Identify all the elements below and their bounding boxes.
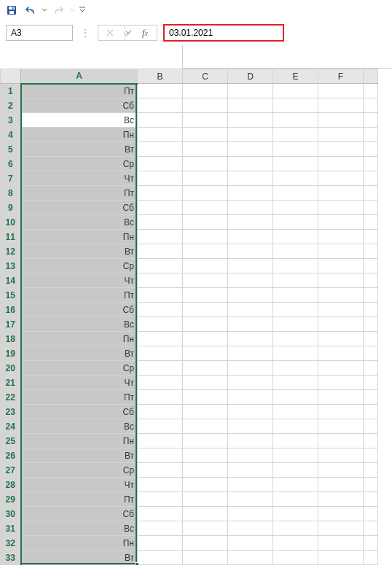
cell[interactable]: Пт [21, 288, 138, 303]
cell[interactable] [273, 142, 318, 157]
cell[interactable]: Пн [21, 536, 138, 551]
cell[interactable] [183, 536, 228, 551]
cell[interactable]: Ср [21, 463, 138, 478]
cell[interactable] [183, 448, 228, 463]
row-header[interactable]: 1 [1, 84, 21, 98]
cell[interactable] [273, 346, 318, 361]
cell[interactable]: Сб [21, 303, 138, 317]
cell[interactable] [364, 463, 378, 478]
cancel-button[interactable] [103, 26, 117, 40]
cell[interactable] [183, 142, 228, 157]
cell[interactable] [318, 463, 364, 478]
cell[interactable] [273, 434, 318, 448]
cell[interactable]: Пт [21, 492, 138, 507]
cell[interactable]: Вт [21, 551, 138, 565]
cell[interactable] [138, 434, 183, 448]
qat-customize-dropdown[interactable] [79, 6, 86, 15]
cell[interactable] [364, 317, 378, 332]
cell[interactable] [183, 84, 228, 98]
cell[interactable]: Вс [21, 317, 138, 332]
cell[interactable]: Сб [21, 98, 138, 113]
cell[interactable] [183, 186, 228, 201]
cell[interactable]: Ср [21, 157, 138, 171]
cell[interactable]: Пн [21, 332, 138, 346]
row-header[interactable]: 20 [1, 361, 21, 376]
cell[interactable] [228, 142, 273, 157]
cell[interactable] [183, 113, 228, 128]
cell[interactable] [183, 230, 228, 244]
cell[interactable] [183, 434, 228, 448]
cell[interactable] [318, 113, 364, 128]
cell[interactable] [183, 157, 228, 171]
cell[interactable]: Вт [21, 448, 138, 463]
cell[interactable]: Пн [21, 128, 138, 142]
column-header-partial[interactable] [364, 69, 378, 84]
cell[interactable] [228, 361, 273, 376]
cell[interactable] [228, 317, 273, 332]
cell[interactable] [364, 303, 378, 317]
cell[interactable] [364, 332, 378, 346]
save-button[interactable] [3, 1, 20, 19]
row-header[interactable]: 5 [1, 142, 21, 157]
cell[interactable] [183, 478, 228, 492]
cell[interactable] [228, 98, 273, 113]
row-header[interactable]: 30 [1, 507, 21, 521]
cell[interactable] [318, 142, 364, 157]
cell[interactable] [183, 361, 228, 376]
cell[interactable] [138, 171, 183, 186]
cell[interactable] [183, 273, 228, 288]
cell[interactable] [318, 98, 364, 113]
cell[interactable] [228, 215, 273, 230]
cell[interactable] [318, 551, 364, 565]
cell[interactable] [228, 259, 273, 273]
cell[interactable] [138, 128, 183, 142]
column-header-a[interactable]: A [21, 69, 138, 84]
cell[interactable] [138, 113, 183, 128]
cell[interactable]: Чт [21, 273, 138, 288]
cell[interactable] [138, 288, 183, 303]
cell[interactable] [183, 346, 228, 361]
cell[interactable] [138, 201, 183, 215]
cell[interactable] [318, 157, 364, 171]
row-header[interactable]: 22 [1, 390, 21, 405]
cell[interactable] [228, 128, 273, 142]
cell[interactable] [318, 492, 364, 507]
cell[interactable] [183, 419, 228, 434]
cell[interactable] [273, 201, 318, 215]
row-header[interactable]: 18 [1, 332, 21, 346]
row-header[interactable]: 15 [1, 288, 21, 303]
cell[interactable] [138, 551, 183, 565]
cell[interactable] [364, 244, 378, 259]
row-header[interactable]: 7 [1, 171, 21, 186]
cell[interactable] [318, 244, 364, 259]
cell[interactable] [228, 376, 273, 390]
cell[interactable] [183, 376, 228, 390]
cell[interactable] [183, 463, 228, 478]
cell[interactable] [138, 273, 183, 288]
cell[interactable] [138, 157, 183, 171]
cell[interactable] [183, 551, 228, 565]
cell[interactable]: Пт [21, 390, 138, 405]
cell[interactable] [183, 405, 228, 419]
cell[interactable] [183, 128, 228, 142]
cell[interactable] [364, 346, 378, 361]
cell[interactable] [228, 244, 273, 259]
cell[interactable]: Пн [21, 434, 138, 448]
cell[interactable] [318, 478, 364, 492]
cell[interactable] [183, 244, 228, 259]
cell[interactable] [228, 113, 273, 128]
column-header-d[interactable]: D [228, 69, 273, 84]
cell[interactable] [364, 273, 378, 288]
redo-button[interactable] [50, 1, 67, 19]
cell[interactable] [364, 492, 378, 507]
cell[interactable] [183, 201, 228, 215]
cell[interactable] [364, 288, 378, 303]
column-header-b[interactable]: B [138, 69, 183, 84]
cell[interactable] [138, 448, 183, 463]
cell[interactable] [138, 390, 183, 405]
cell[interactable] [138, 463, 183, 478]
cell[interactable] [138, 98, 183, 113]
cell[interactable] [273, 273, 318, 288]
cell[interactable] [273, 405, 318, 419]
cell[interactable] [138, 376, 183, 390]
